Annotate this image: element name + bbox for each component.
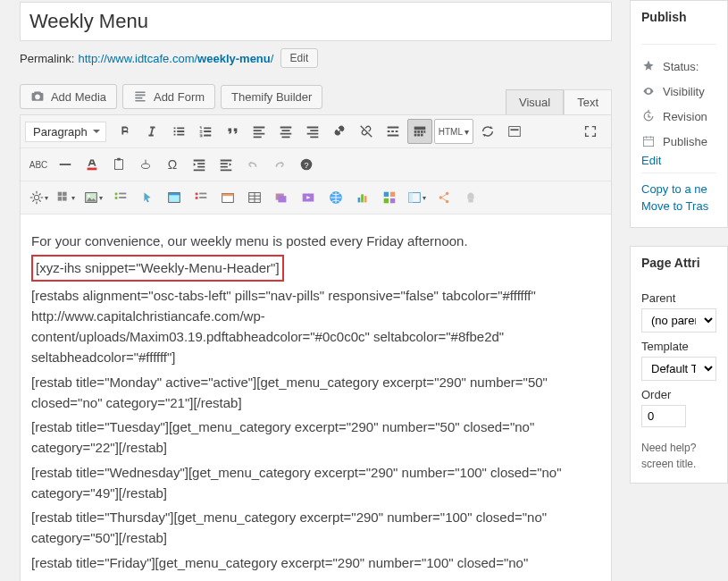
outdent-button[interactable] <box>187 152 212 177</box>
unlink-button[interactable] <box>354 119 379 144</box>
fullscreen-button[interactable] <box>578 119 603 144</box>
svg-rect-53 <box>468 199 473 203</box>
align-left-button[interactable] <box>247 119 272 144</box>
svg-rect-8 <box>509 127 521 137</box>
svg-rect-2 <box>417 131 420 133</box>
align-center-button[interactable] <box>273 119 298 144</box>
permalink-edit-button[interactable]: Edit <box>280 48 319 68</box>
todo-button[interactable] <box>188 185 213 210</box>
status-row: Status: <box>641 54 716 79</box>
svg-rect-45 <box>390 192 395 197</box>
svg-rect-9 <box>511 129 519 131</box>
more-button[interactable] <box>381 119 406 144</box>
tiles-button[interactable] <box>377 185 402 210</box>
calendar-icon <box>641 134 656 148</box>
format-select[interactable]: Paragraph <box>25 122 106 142</box>
parent-label: Parent <box>641 291 716 305</box>
svg-rect-7 <box>421 134 423 137</box>
italic-button[interactable] <box>139 119 164 144</box>
calendar-button[interactable] <box>215 185 240 210</box>
svg-rect-3 <box>421 131 423 133</box>
editor-toolbar: Paragraph HTML ▾ ABC <box>20 114 612 581</box>
html-button[interactable]: HTML ▾ <box>434 119 474 144</box>
add-form-button[interactable]: Add Form <box>122 84 215 109</box>
video-button[interactable] <box>296 185 321 210</box>
order-label: Order <box>641 388 716 401</box>
content-line: [restab title="Tuesday"][get_menu_catego… <box>31 417 600 459</box>
svg-rect-49 <box>409 193 414 203</box>
svg-rect-42 <box>361 194 364 202</box>
bold-button[interactable] <box>113 119 138 144</box>
publish-edit-link[interactable]: Edit <box>641 154 716 167</box>
hr-button[interactable] <box>53 152 78 177</box>
form-icon <box>133 89 147 104</box>
svg-rect-33 <box>199 197 206 198</box>
indent-button[interactable] <box>213 152 238 177</box>
publish-box: Publish Status: Visibility Revision P <box>630 0 728 228</box>
tab-visual[interactable]: Visual <box>506 89 564 114</box>
chef-icon-button[interactable] <box>458 185 483 210</box>
gear-button[interactable]: ▾ <box>26 185 51 210</box>
permalink-label: Permalink: <box>20 52 74 65</box>
undo-button[interactable] <box>240 152 265 177</box>
svg-rect-12 <box>115 160 123 170</box>
help-button[interactable]: ? <box>294 152 319 177</box>
align-right-button[interactable] <box>300 119 325 144</box>
order-input[interactable] <box>641 405 686 427</box>
editor-content[interactable]: For your convenience, our weekly menu is… <box>21 215 611 581</box>
move-trash-link[interactable]: Move to Tras <box>641 199 716 213</box>
form-block-button[interactable] <box>502 119 527 144</box>
parent-select[interactable]: (no paren <box>641 308 716 333</box>
globe-button[interactable] <box>323 185 348 210</box>
permalink-link[interactable]: http://www.idtcafe.com/weekly-menu/ <box>78 52 273 65</box>
copy-draft-link[interactable]: Copy to a ne <box>641 182 716 196</box>
svg-rect-54 <box>643 137 653 146</box>
kitchen-sink-button[interactable] <box>407 119 432 144</box>
add-media-button[interactable]: Add Media <box>20 84 117 109</box>
clear-formatting-button[interactable]: ABC <box>26 152 51 177</box>
svg-rect-26 <box>119 193 126 195</box>
publish-heading: Publish <box>631 1 727 33</box>
content-line: [restab title="Monday" active="active"][… <box>31 372 600 414</box>
content-line: [restab title="Friday"][get_menu_categor… <box>31 552 600 573</box>
svg-rect-0 <box>414 127 425 131</box>
svg-rect-4 <box>423 131 425 133</box>
chart-button[interactable] <box>350 185 375 210</box>
svg-rect-19 <box>63 192 67 197</box>
themify-builder-button[interactable]: Themify Builder <box>221 85 322 109</box>
visibility-row: Visibility <box>641 79 716 104</box>
permalink-row: Permalink: http://www.idtcafe.com/weekly… <box>20 48 612 68</box>
svg-point-23 <box>88 195 90 198</box>
svg-rect-47 <box>390 198 395 203</box>
highlighted-shortcode: [xyz-ihs snippet="Weekly-Menu-Header"] <box>31 255 284 281</box>
clear-button[interactable] <box>133 152 158 177</box>
panel-button[interactable] <box>162 185 187 210</box>
svg-rect-18 <box>58 192 63 197</box>
redo-button[interactable] <box>267 152 292 177</box>
grid-button[interactable]: ▾ <box>53 185 78 210</box>
checklist-button[interactable] <box>108 185 133 210</box>
bullet-list-button[interactable] <box>166 119 191 144</box>
svg-rect-11 <box>88 168 97 171</box>
link-button[interactable] <box>327 119 352 144</box>
table-button[interactable] <box>242 185 267 210</box>
tab-text[interactable]: Text <box>564 89 612 114</box>
text-color-button[interactable] <box>79 152 105 177</box>
paste-text-button[interactable] <box>106 152 131 177</box>
svg-rect-32 <box>196 197 198 199</box>
template-select[interactable]: Default Te <box>641 357 716 381</box>
special-char-button[interactable]: Ω <box>160 152 185 177</box>
gallery-button[interactable] <box>269 185 294 210</box>
title-input[interactable] <box>29 5 602 38</box>
image-button[interactable]: ▾ <box>80 185 105 210</box>
cursor-button[interactable] <box>135 185 160 210</box>
refresh-button[interactable] <box>475 119 500 144</box>
blockquote-button[interactable] <box>220 119 245 144</box>
layout-button[interactable]: ▾ <box>404 185 429 210</box>
svg-point-50 <box>439 196 443 199</box>
svg-rect-21 <box>63 197 67 201</box>
svg-rect-6 <box>417 134 420 137</box>
share-button[interactable] <box>431 185 456 210</box>
title-input-wrap <box>20 2 612 41</box>
numbered-list-button[interactable] <box>193 119 218 144</box>
